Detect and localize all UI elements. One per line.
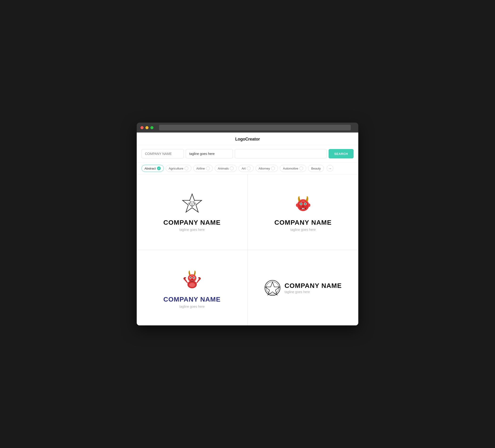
svg-point-37 bbox=[266, 281, 279, 294]
svg-point-33 bbox=[192, 275, 193, 276]
category-chip-abstract[interactable]: Abstract ✓ bbox=[141, 165, 164, 172]
check-icon bbox=[299, 167, 303, 170]
svg-point-18 bbox=[305, 203, 306, 204]
logo4-text-block: COMPANY NAME tagline goes here bbox=[285, 282, 342, 294]
svg-line-2 bbox=[190, 200, 191, 202]
app-title: LogoCreator bbox=[235, 137, 260, 141]
logo-graphic-3 bbox=[181, 267, 203, 292]
tagline-2: tagline goes here bbox=[290, 228, 316, 232]
category-chip-airline[interactable]: Airline bbox=[193, 165, 213, 172]
logo-card-1[interactable]: COMPANY NAME tagline goes here bbox=[137, 174, 248, 250]
check-icon bbox=[271, 167, 275, 170]
company-name-input[interactable] bbox=[141, 149, 184, 158]
svg-point-8 bbox=[191, 204, 193, 205]
extra-search-input[interactable] bbox=[235, 149, 327, 158]
svg-rect-23 bbox=[302, 208, 303, 209]
svg-point-7 bbox=[192, 203, 193, 204]
svg-point-35 bbox=[189, 283, 195, 287]
company-name-3: COMPANY NAME bbox=[163, 296, 221, 303]
svg-point-34 bbox=[191, 279, 193, 280]
svg-point-6 bbox=[191, 203, 192, 204]
category-chip-agriculture[interactable]: Agriculture bbox=[166, 165, 192, 172]
svg-point-31 bbox=[191, 275, 192, 276]
svg-point-21 bbox=[304, 201, 305, 202]
category-chip-automotive[interactable]: Automotive bbox=[280, 165, 306, 172]
category-label: Abstract bbox=[144, 167, 156, 170]
logo-graphic-2 bbox=[292, 193, 314, 215]
category-label: Beauty bbox=[311, 167, 321, 170]
browser-titlebar bbox=[137, 123, 358, 133]
check-icon bbox=[230, 167, 234, 170]
category-label: Art bbox=[242, 167, 246, 170]
svg-point-29 bbox=[190, 277, 191, 278]
logo-card-3[interactable]: COMPANY NAME tagline goes here bbox=[137, 250, 248, 325]
tagline-3: tagline goes here bbox=[179, 305, 205, 308]
company-name-1: COMPANY NAME bbox=[163, 219, 221, 226]
close-button[interactable] bbox=[140, 126, 144, 129]
minimize-button[interactable] bbox=[145, 126, 149, 129]
company-name-2: COMPANY NAME bbox=[274, 219, 332, 226]
app-header: LogoCreator bbox=[137, 133, 358, 145]
svg-point-17 bbox=[301, 203, 302, 204]
logo-card-4[interactable]: COMPANY NAME tagline goes here bbox=[248, 250, 358, 325]
address-bar bbox=[159, 125, 351, 130]
browser-window: LogoCreator SEARCH Abstract ✓ Agricultur… bbox=[137, 123, 358, 325]
category-chip-beauty[interactable]: Beauty bbox=[308, 165, 324, 172]
search-bar: SEARCH bbox=[137, 145, 358, 162]
category-label: Airline bbox=[196, 167, 205, 170]
logo-graphic-4: COMPANY NAME tagline goes here bbox=[264, 280, 342, 296]
svg-rect-24 bbox=[303, 208, 304, 209]
tagline-1: tagline goes here bbox=[179, 228, 205, 232]
svg-marker-0 bbox=[182, 194, 202, 212]
svg-point-22 bbox=[302, 206, 304, 207]
category-label: Automotive bbox=[283, 167, 298, 170]
check-icon bbox=[247, 167, 250, 170]
category-label: Agriculture bbox=[169, 167, 183, 170]
category-label: Animals bbox=[218, 167, 229, 170]
logo-graphic-1 bbox=[181, 193, 203, 215]
logo-card-2[interactable]: COMPANY NAME tagline goes here bbox=[248, 174, 358, 250]
maximize-button[interactable] bbox=[150, 126, 153, 129]
category-chip-animals[interactable]: Animals bbox=[215, 165, 237, 172]
svg-line-3 bbox=[193, 200, 194, 202]
next-categories-button[interactable]: → bbox=[327, 165, 333, 172]
company-name-4: COMPANY NAME bbox=[285, 282, 342, 290]
tagline-input[interactable] bbox=[186, 149, 233, 158]
category-chip-art[interactable]: Art bbox=[239, 165, 254, 172]
category-bar: Abstract ✓ Agriculture Airline Animals A… bbox=[137, 162, 358, 174]
svg-marker-38 bbox=[265, 282, 280, 295]
category-label: Attorney bbox=[259, 167, 270, 170]
svg-point-1 bbox=[190, 202, 195, 206]
tagline-4: tagline goes here bbox=[285, 290, 342, 294]
check-icon bbox=[206, 167, 210, 170]
svg-point-32 bbox=[192, 275, 192, 275]
svg-point-30 bbox=[193, 277, 194, 278]
svg-point-19 bbox=[301, 201, 302, 202]
check-icon: ✓ bbox=[157, 167, 161, 170]
svg-point-20 bbox=[303, 201, 303, 202]
app-content: LogoCreator SEARCH Abstract ✓ Agricultur… bbox=[137, 133, 358, 325]
logo-grid: COMPANY NAME tagline goes here bbox=[137, 174, 358, 325]
search-button[interactable]: SEARCH bbox=[329, 149, 354, 158]
check-icon bbox=[185, 167, 188, 170]
category-chip-attorney[interactable]: Attorney bbox=[256, 165, 278, 172]
svg-point-36 bbox=[265, 280, 280, 295]
svg-point-5 bbox=[194, 203, 196, 204]
